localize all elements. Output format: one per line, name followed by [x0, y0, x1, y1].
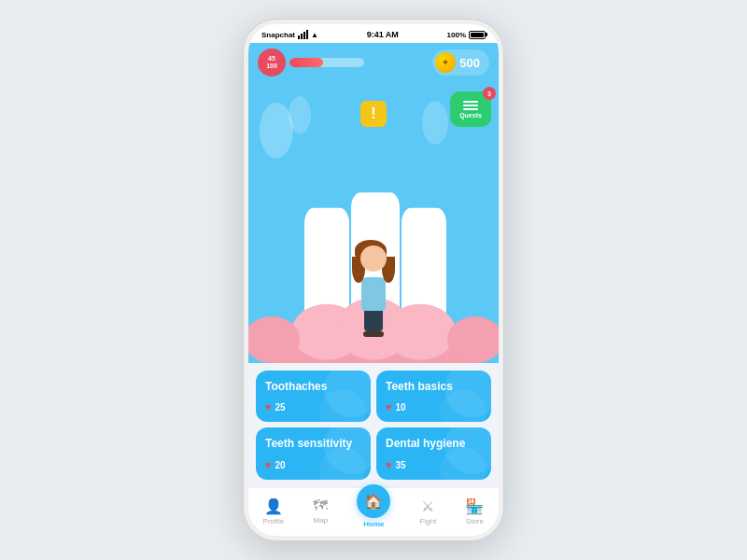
card-title-dental-hygiene: Dental hygiene [386, 437, 482, 452]
profile-label: Profile [263, 517, 285, 525]
status-time: 9:41 AM [367, 30, 399, 39]
card-hearts-teeth-sensitivity: ♥ 20 [265, 459, 361, 470]
health-area: 45 100 [258, 49, 364, 77]
profile-icon: 👤 [264, 497, 283, 515]
signal-icon [298, 30, 308, 39]
hud-bar: 45 100 ✦ 500 [248, 43, 499, 84]
card-toothaches[interactable]: Toothaches ♥ 25 [256, 371, 371, 423]
card-title-teeth-sensitivity: Teeth sensitivity [265, 437, 361, 452]
card-title-teeth-basics: Teeth basics [386, 380, 482, 395]
fight-label: Fight [420, 517, 437, 525]
store-label: Store [466, 517, 484, 525]
quest-menu-icon [463, 101, 478, 110]
card-teeth-basics[interactable]: Teeth basics ♥ 10 [376, 371, 491, 423]
character-legs [364, 311, 383, 331]
svg-point-10 [385, 304, 456, 360]
card-hearts-dental-hygiene: ♥ 35 [386, 459, 482, 470]
wifi-icon: ▲ [311, 31, 318, 39]
battery-fill [471, 33, 484, 37]
coin-area: ✦ 500 [432, 49, 489, 76]
store-icon: 🏪 [465, 497, 484, 515]
svg-point-2 [422, 101, 448, 144]
card-hearts-toothaches: ♥ 25 [265, 401, 361, 413]
battery-percent: 100% [447, 31, 466, 39]
category-cards: Toothaches ♥ 25 Teeth basics ♥ 10 Teeth … [248, 363, 499, 487]
status-bar: Snapchat ▲ 9:41 AM 100% [248, 24, 499, 43]
quest-button[interactable]: Quests 3 [450, 91, 491, 127]
health-bar-container [289, 58, 364, 67]
quest-label: Quests [459, 112, 482, 119]
character-head-area [358, 242, 389, 279]
card-hearts-teeth-basics: ♥ 10 [386, 401, 482, 413]
heart-count-1: 10 [396, 402, 406, 413]
heart-icon-2: ♥ [265, 459, 272, 470]
menu-line-2 [463, 105, 478, 106]
coin-count: 500 [459, 56, 480, 70]
heart-count-3: 35 [396, 460, 406, 470]
phone-frame: Snapchat ▲ 9:41 AM 100% [243, 19, 504, 541]
svg-point-0 [260, 103, 293, 159]
health-circle: 45 100 [258, 49, 286, 77]
nav-home[interactable]: 🏠 Home [349, 492, 398, 530]
status-left: Snapchat ▲ [261, 30, 318, 39]
coin-icon: ✦ [435, 52, 456, 73]
nav-map[interactable]: 🗺 Map [305, 496, 335, 526]
nav-profile[interactable]: 👤 Profile [256, 496, 292, 527]
character [358, 242, 389, 337]
health-bar-fill [289, 58, 323, 67]
map-label: Map [314, 516, 329, 525]
character-head [360, 245, 387, 272]
heart-count-0: 25 [275, 402, 286, 413]
card-teeth-sensitivity[interactable]: Teeth sensitivity ♥ 20 [256, 427, 371, 480]
menu-line-3 [463, 108, 478, 110]
health-max: 100 [266, 63, 277, 70]
battery-icon [469, 31, 486, 39]
character-feet [363, 331, 384, 337]
carrier-label: Snapchat [261, 31, 295, 39]
alert-symbol: ! [371, 105, 375, 122]
status-right: 100% [447, 31, 486, 39]
health-current: 45 [268, 55, 275, 63]
quest-badge: 3 [483, 87, 496, 100]
heart-icon-1: ♥ [386, 401, 392, 413]
nav-store[interactable]: 🏪 Store [458, 496, 491, 527]
phone-screen: Snapchat ▲ 9:41 AM 100% [248, 24, 499, 536]
bottom-nav: 👤 Profile 🗺 Map 🏠 Home ⚔ Fight 🏪 Store [248, 487, 499, 536]
menu-line-1 [463, 101, 478, 103]
character-body [361, 277, 386, 311]
heart-icon-0: ♥ [265, 401, 272, 413]
heart-icon-3: ♥ [386, 459, 392, 470]
fight-icon: ⚔ [421, 497, 434, 515]
alert-icon: ! [360, 101, 387, 127]
game-scene: ! Quests 3 [248, 84, 499, 363]
home-circle: 🏠 [357, 484, 390, 518]
heart-count-2: 20 [275, 460, 286, 470]
card-title-toothaches: Toothaches [265, 380, 361, 395]
nav-fight[interactable]: ⚔ Fight [413, 496, 444, 527]
svg-point-1 [289, 96, 311, 133]
home-label: Home [363, 520, 384, 528]
map-icon: 🗺 [313, 497, 328, 514]
home-icon: 🏠 [364, 493, 383, 511]
card-dental-hygiene[interactable]: Dental hygiene ♥ 35 [376, 427, 491, 480]
